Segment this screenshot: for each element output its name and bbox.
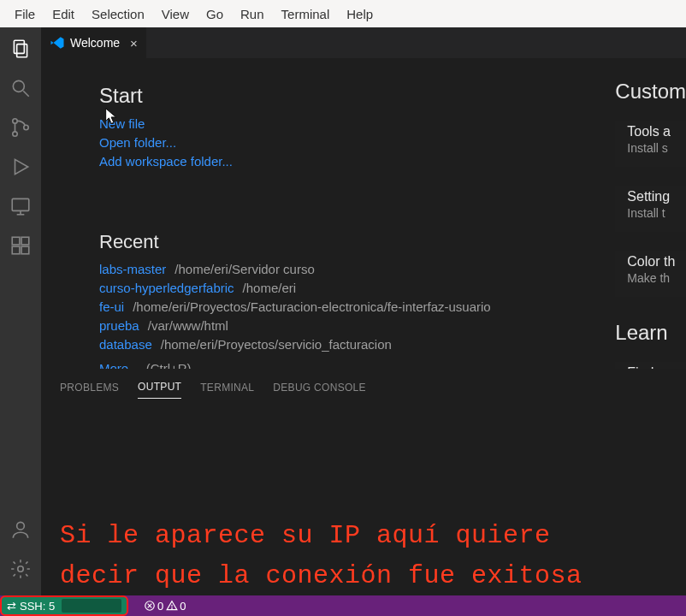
tab-title: Welcome [70, 36, 120, 50]
recent-item[interactable]: database [99, 337, 152, 352]
menubar: File Edit Selection View Go Run Terminal… [0, 0, 686, 27]
svg-rect-11 [12, 237, 20, 245]
card-title: Tools a [627, 124, 686, 139]
error-count: 0 [157, 600, 163, 613]
card-title: Find an [627, 365, 686, 369]
settings-gear-icon[interactable] [9, 558, 32, 580]
learn-card[interactable]: Find an [615, 362, 686, 369]
status-warnings[interactable]: 0 [166, 600, 186, 613]
recent-path: /home/eri/Proyectos/Facturacion-electron… [133, 299, 491, 314]
recent-item[interactable]: curso-hyperledgerfabric [99, 281, 234, 295]
menu-edit[interactable]: Edit [44, 4, 82, 24]
menu-go[interactable]: Go [198, 4, 231, 24]
svg-point-2 [13, 80, 24, 92]
panel-tab-terminal[interactable]: TERMINAL [200, 382, 254, 399]
customize-card[interactable]: Setting Install t [615, 186, 686, 232]
files-icon[interactable] [9, 38, 32, 60]
recent-item[interactable]: prueba [99, 318, 139, 333]
menu-terminal[interactable]: Terminal [274, 4, 338, 24]
panel-tab-debug-console[interactable]: DEBUG CONSOLE [273, 382, 366, 399]
recent-path: /home/eri/Servidor curso [174, 262, 314, 276]
accounts-icon[interactable] [9, 518, 32, 541]
start-heading: Start [99, 84, 491, 108]
svg-marker-7 [15, 159, 28, 174]
customize-heading: Custom [615, 80, 686, 104]
warning-icon [166, 600, 178, 612]
activity-bar [0, 27, 41, 595]
recent-heading: Recent [99, 231, 491, 253]
tab-welcome[interactable]: Welcome × [41, 27, 146, 58]
svg-rect-8 [12, 198, 29, 210]
card-subtitle: Install s [627, 141, 686, 155]
svg-rect-14 [21, 246, 29, 254]
status-bar: ⇄ SSH: 5 5 0 0 [0, 595, 686, 616]
svg-point-21 [172, 608, 173, 609]
menu-file[interactable]: File [7, 4, 43, 24]
svg-point-16 [18, 566, 24, 572]
customize-card[interactable]: Color th Make th [615, 251, 686, 297]
redaction-mask [62, 599, 121, 613]
svg-rect-0 [14, 40, 24, 53]
run-debug-icon[interactable] [9, 156, 32, 178]
card-subtitle: Make th [627, 271, 686, 285]
status-errors[interactable]: 0 [144, 600, 163, 613]
card-title: Setting [627, 189, 686, 204]
recent-path: /var/www/html [148, 318, 228, 333]
extensions-icon[interactable] [9, 234, 32, 257]
customize-card[interactable]: Tools a Install s [615, 121, 686, 167]
svg-point-15 [17, 522, 25, 530]
bottom-panel: PROBLEMS OUTPUT TERMINAL DEBUG CONSOLE S… [41, 369, 686, 595]
recent-more-link[interactable]: More... [99, 361, 139, 369]
card-subtitle: Install t [627, 206, 686, 220]
search-icon[interactable] [9, 77, 32, 99]
recent-more-hint: (Ctrl+R) [146, 361, 192, 369]
card-title: Color th [627, 254, 686, 270]
menu-view[interactable]: View [154, 4, 197, 24]
svg-rect-13 [12, 246, 20, 254]
recent-path: /home/eri/Proyectos/servicio_facturacion [161, 337, 392, 352]
svg-rect-1 [17, 44, 27, 57]
error-icon [144, 600, 156, 612]
close-icon[interactable]: × [130, 36, 138, 50]
recent-item[interactable]: labs-master [99, 262, 166, 276]
svg-rect-12 [21, 237, 29, 245]
vscode-icon [50, 35, 65, 50]
recent-item[interactable]: fe-ui [99, 299, 124, 314]
remote-icon: ⇄ [7, 600, 16, 613]
recent-path: /home/eri [243, 281, 297, 295]
menu-selection[interactable]: Selection [84, 4, 152, 24]
remote-indicator[interactable]: ⇄ SSH: 5 5 [0, 595, 128, 616]
warning-count: 0 [180, 600, 186, 613]
add-workspace-folder-link[interactable]: Add workspace folder... [99, 154, 233, 169]
annotation-text: Si le aparece su IP aquí quiere decir qu… [60, 516, 686, 595]
svg-point-6 [24, 125, 28, 129]
open-folder-link[interactable]: Open folder... [99, 135, 176, 150]
menu-help[interactable]: Help [339, 4, 381, 24]
source-control-icon[interactable] [9, 116, 32, 139]
svg-point-4 [13, 119, 17, 123]
new-file-link[interactable]: New file [99, 116, 145, 131]
editor-tabs: Welcome × [41, 27, 686, 58]
learn-heading: Learn [615, 321, 686, 345]
panel-tab-output[interactable]: OUTPUT [138, 381, 181, 399]
menu-run[interactable]: Run [233, 4, 272, 24]
svg-line-3 [23, 91, 29, 97]
remote-explorer-icon[interactable] [9, 195, 32, 217]
remote-label: SSH: 5 [20, 600, 55, 613]
panel-tab-problems[interactable]: PROBLEMS [60, 382, 119, 399]
svg-point-5 [13, 132, 17, 136]
